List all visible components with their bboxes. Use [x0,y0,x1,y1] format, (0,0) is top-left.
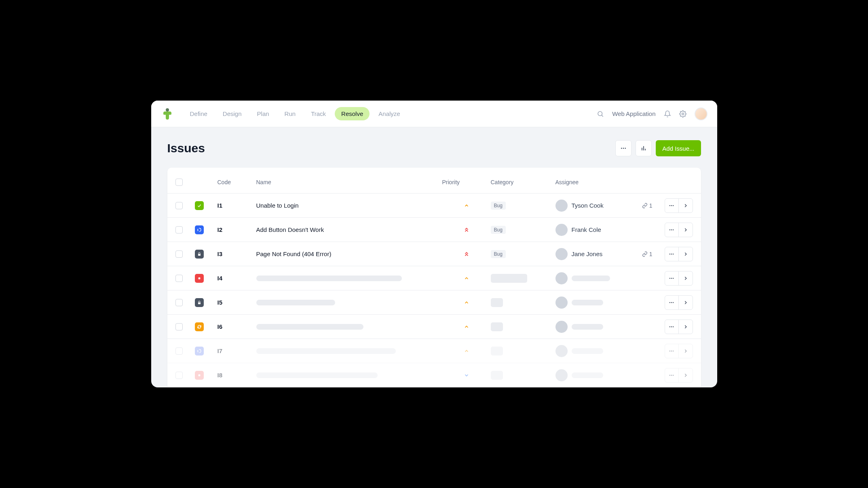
skeleton-category [491,274,527,283]
user-avatar[interactable] [695,107,707,120]
project-selector[interactable]: Web Application [612,110,655,117]
status-loading2-icon [195,347,204,355]
row-checkbox[interactable] [175,202,183,209]
row-checkbox[interactable] [175,226,183,233]
category-badge: Bug [491,250,506,258]
row-checkbox[interactable] [175,347,183,355]
skeleton-category [491,347,503,355]
table-row[interactable]: I7 [167,339,701,363]
row-open-button[interactable] [679,368,693,382]
svg-point-29 [669,326,670,327]
row-open-button[interactable] [679,223,693,237]
table-row[interactable]: I3Page Not Found (404 Error)BugJane Jone… [167,242,701,266]
add-issue-button[interactable]: Add Issue... [656,140,701,156]
category-badge: Bug [491,226,506,234]
table-row[interactable]: I5 [167,290,701,315]
nav-tab-run[interactable]: Run [278,107,302,120]
svg-rect-36 [199,374,200,376]
row-more-button[interactable] [665,271,679,285]
svg-point-1 [598,111,602,116]
chart-view-button[interactable] [636,140,652,156]
issue-code: I4 [218,275,256,282]
app-frame: DefineDesignPlanRunTrackResolveAnalyze W… [151,101,717,387]
category-badge: Bug [491,202,506,210]
table-row[interactable]: I1Unable to LoginBugTyson Cook 1 [167,194,701,218]
select-all-checkbox[interactable] [175,179,183,186]
nav-tab-resolve[interactable]: Resolve [335,107,370,120]
nav-tab-plan[interactable]: Plan [251,107,276,120]
table-row[interactable]: I8 [167,363,701,387]
issue-name: Unable to Login [256,202,442,209]
row-actions [665,295,693,310]
svg-point-27 [671,302,672,303]
table-row[interactable]: I2Add Button Doesn't WorkBugFrank Cole [167,218,701,242]
issue-code: I3 [218,250,256,257]
row-actions [665,223,693,237]
svg-point-6 [625,148,626,149]
search-icon[interactable] [597,110,604,118]
row-open-button[interactable] [679,247,693,261]
link-count: 1 [642,202,653,209]
nav-tab-design[interactable]: Design [216,107,248,120]
svg-point-39 [673,374,674,375]
priority-high-icon [442,226,491,233]
more-options-button[interactable] [615,140,631,156]
nav-tab-analyze[interactable]: Analyze [372,107,406,120]
row-more-button[interactable] [665,247,679,261]
row-more-button[interactable] [665,223,679,237]
row-checkbox[interactable] [175,299,183,306]
row-more-button[interactable] [665,296,679,309]
row-actions [665,271,693,286]
svg-point-33 [669,350,670,351]
assignee-name: Tyson Cook [572,202,604,209]
issue-code: I7 [218,347,256,354]
row-checkbox[interactable] [175,372,183,379]
skeleton-assignee [572,300,603,305]
row-open-button[interactable] [679,271,693,285]
status-lock-icon [195,250,204,259]
svg-point-30 [671,326,672,327]
svg-point-10 [669,205,670,206]
skeleton-name [256,276,402,281]
issue-code: I5 [218,299,256,306]
row-actions [665,247,693,261]
skeleton-name [256,348,396,354]
assignee-name: Frank Cole [572,226,601,233]
svg-point-11 [671,205,672,206]
row-more-button[interactable] [665,320,679,334]
row-open-button[interactable] [679,344,693,358]
row-more-button[interactable] [665,199,679,212]
gear-icon[interactable] [679,110,686,118]
col-name: Name [256,179,442,185]
row-open-button[interactable] [679,296,693,309]
row-more-button[interactable] [665,368,679,382]
skeleton-name [256,300,335,305]
status-loading-icon [195,225,204,234]
table-row[interactable]: I6 [167,315,701,339]
issue-code: I8 [218,372,256,379]
table-header: Code Name Priority Category Assignee [167,171,701,194]
col-assignee: Assignee [555,179,653,185]
svg-point-31 [673,326,674,327]
svg-point-24 [673,278,674,278]
assignee-avatar [555,321,568,333]
row-open-button[interactable] [679,199,693,212]
skeleton-category [491,371,503,380]
col-category: Category [491,179,555,185]
row-checkbox[interactable] [175,323,183,330]
nav-tab-track[interactable]: Track [304,107,332,120]
row-checkbox[interactable] [175,250,183,258]
row-more-button[interactable] [665,344,679,358]
nav-tab-define[interactable]: Define [184,107,214,120]
row-open-button[interactable] [679,320,693,334]
svg-point-22 [669,278,670,278]
bell-icon[interactable] [664,110,671,118]
priority-low-icon [442,372,491,378]
row-checkbox[interactable] [175,275,183,282]
table-row[interactable]: I4 [167,266,701,290]
status-check-icon [195,201,204,210]
skeleton-assignee [572,276,610,281]
svg-point-18 [669,253,670,254]
skeleton-assignee [572,324,603,330]
svg-rect-17 [198,254,201,256]
